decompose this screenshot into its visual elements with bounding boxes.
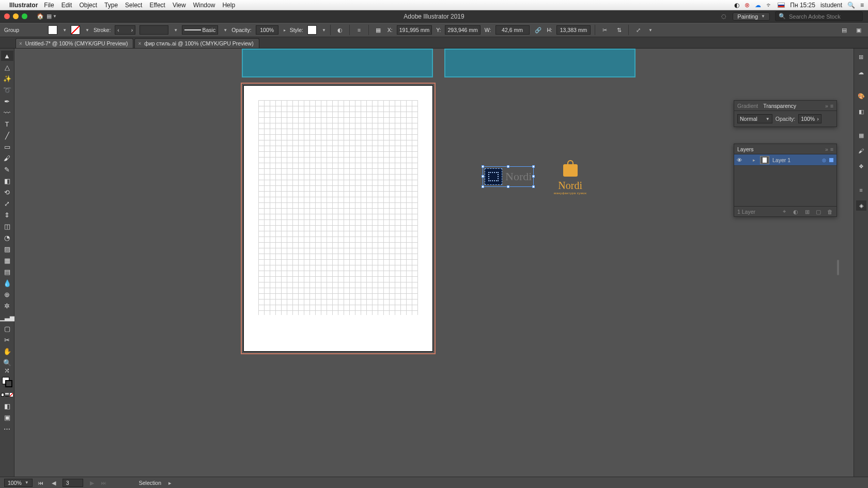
menu-file[interactable]: File: [44, 2, 54, 9]
swatches-panel-icon[interactable]: ▦: [856, 130, 866, 140]
stroke-swatch[interactable]: [71, 25, 80, 35]
app-menu[interactable]: Illustrator: [9, 2, 38, 9]
selection-tool-icon[interactable]: ▲: [1, 51, 13, 61]
stroke-indicator-icon[interactable]: [5, 380, 12, 387]
menu-view[interactable]: View: [173, 2, 186, 9]
draw-mode-icon[interactable]: ◧: [1, 401, 13, 411]
spotlight-icon[interactable]: 🔍: [847, 2, 855, 9]
visibility-toggle-icon[interactable]: 👁: [734, 157, 745, 163]
notification-center-icon[interactable]: ≡: [860, 2, 864, 9]
color-guide-panel-icon[interactable]: ◧: [856, 106, 866, 117]
link-wh-icon[interactable]: 🔗: [534, 26, 543, 34]
variable-width-profile[interactable]: [140, 25, 168, 35]
recolor-artwork-icon[interactable]: ◐: [335, 25, 345, 35]
direct-selection-tool-icon[interactable]: △: [1, 62, 13, 72]
properties-panel-icon[interactable]: ⊞: [856, 52, 866, 62]
fill-swatch[interactable]: [48, 25, 57, 35]
arrange-documents-icon[interactable]: ▦▼: [48, 13, 55, 20]
panel-menu-icon[interactable]: ≡: [830, 103, 833, 109]
layers-tab[interactable]: Layers: [737, 146, 754, 152]
x-input[interactable]: 191,995 mm: [397, 25, 432, 35]
menu-object[interactable]: Object: [79, 2, 97, 9]
target-icon[interactable]: ◎: [822, 158, 826, 163]
menu-edit[interactable]: Edit: [61, 2, 72, 9]
h-input[interactable]: 13,383 mm: [556, 25, 591, 35]
menu-user[interactable]: istudent: [820, 2, 842, 9]
artboard-object[interactable]: [242, 49, 433, 77]
shape-builder-tool-icon[interactable]: ◔: [1, 232, 13, 243]
new-layer-icon[interactable]: ▢: [815, 208, 822, 215]
artboard-object[interactable]: [444, 49, 636, 77]
fill-dropdown[interactable]: ▼: [63, 28, 67, 33]
last-artboard-icon[interactable]: ⏭: [101, 480, 108, 486]
blend-mode-select[interactable]: Normal▼: [737, 114, 772, 123]
layers-panel[interactable]: Layers »≡ 👁 ▸ Layer 1 ◎ 1 Layer ⌖ ◐ ⊞ ▢ …: [734, 144, 837, 217]
workspace-switcher[interactable]: Painting▼: [733, 12, 770, 21]
transparency-tab[interactable]: Transparency: [763, 103, 796, 109]
edit-contents-icon[interactable]: ⇅: [614, 25, 624, 35]
symbols-panel-icon[interactable]: ❖: [856, 161, 866, 171]
status-menu-icon[interactable]: ▸: [166, 480, 174, 486]
scale-tool-icon[interactable]: ⤢: [1, 198, 13, 209]
rectangle-tool-icon[interactable]: ▭: [1, 141, 13, 152]
cc-sync-icon[interactable]: ☁: [755, 2, 761, 9]
toggle-panels-icon[interactable]: ▤: [839, 25, 849, 35]
lasso-tool-icon[interactable]: ➰: [1, 85, 13, 95]
gradient-tab[interactable]: Gradient: [737, 103, 758, 109]
change-screen-mode-icon[interactable]: ▣: [854, 25, 864, 35]
prev-artboard-icon[interactable]: ◀: [50, 480, 57, 486]
stroke-weight-input[interactable]: ‹›: [115, 25, 135, 35]
zoom-level[interactable]: 100%▼: [4, 479, 33, 487]
transform-ref-point-icon[interactable]: ▦: [373, 25, 383, 35]
menu-type[interactable]: Type: [104, 2, 118, 9]
edit-toolbar-icon[interactable]: ⋯: [1, 423, 13, 434]
gpu-perf-icon[interactable]: ◌: [720, 13, 727, 20]
free-transform-tool-icon[interactable]: ◫: [1, 221, 13, 231]
search-stock-input[interactable]: 🔍 Search Adobe Stock: [775, 11, 863, 21]
type-tool-icon[interactable]: T: [1, 119, 13, 129]
color-mode-row[interactable]: [1, 389, 13, 400]
magic-wand-tool-icon[interactable]: ✨: [1, 73, 13, 84]
opacity-input[interactable]: 100%: [256, 25, 278, 35]
menu-window[interactable]: Window: [193, 2, 215, 9]
grid-object[interactable]: [258, 100, 418, 315]
wifi-icon[interactable]: ᯤ: [766, 2, 772, 9]
align-icon[interactable]: ≡: [354, 25, 364, 35]
rotate-tool-icon[interactable]: ⟲: [1, 187, 13, 197]
artboard-tool-icon[interactable]: ▢: [1, 323, 13, 334]
libraries-panel-icon[interactable]: ☁: [856, 67, 866, 77]
status-icon[interactable]: ◐: [734, 2, 739, 9]
make-clipping-mask-icon[interactable]: ◐: [792, 208, 799, 215]
window-close-button[interactable]: [4, 13, 10, 19]
stroke-panel-icon[interactable]: ≡: [856, 185, 866, 195]
layer-row[interactable]: 👁 ▸ Layer 1 ◎: [734, 154, 836, 166]
menu-effect[interactable]: Effect: [149, 2, 165, 9]
layer-name[interactable]: Layer 1: [772, 157, 822, 163]
stroke-dropdown[interactable]: ▼: [85, 28, 89, 33]
artboard[interactable]: [244, 86, 432, 351]
logo-group[interactable]: Nordi мануфактура сумок: [554, 164, 586, 195]
eyedropper-tool-icon[interactable]: 💧: [1, 278, 13, 288]
slice-tool-icon[interactable]: ✂: [1, 335, 13, 345]
fill-stroke-indicator[interactable]: [1, 376, 13, 388]
delete-layer-icon[interactable]: 🗑: [826, 208, 833, 215]
menu-clock[interactable]: Пн 15:25: [790, 2, 815, 9]
document-tab[interactable]: × Untitled-7* @ 100% (CMYK/GPU Preview): [16, 38, 133, 48]
next-artboard-icon[interactable]: ▶: [88, 480, 96, 486]
align-to-icon[interactable]: ⤢: [633, 25, 643, 35]
w-input[interactable]: 42,6 mm: [495, 25, 530, 35]
brushes-panel-icon[interactable]: 🖌: [856, 146, 866, 156]
opacity-dropdown[interactable]: ▸: [284, 28, 286, 33]
width-tool-icon[interactable]: ⇕: [1, 210, 13, 220]
canvas[interactable]: Nordi Nordi мануфактура сумок: [14, 49, 854, 477]
gradient-tool-icon[interactable]: ▤: [1, 266, 13, 277]
panel-collapse-icon[interactable]: »: [825, 146, 828, 152]
window-zoom-button[interactable]: [22, 13, 27, 19]
paintbrush-tool-icon[interactable]: 🖌: [1, 153, 13, 163]
window-minimize-button[interactable]: [13, 13, 19, 19]
layers-dock-icon[interactable]: ◈: [856, 200, 866, 211]
isolate-group-icon[interactable]: ✂: [599, 25, 610, 35]
home-icon[interactable]: 🏠: [37, 13, 44, 20]
brush-definition[interactable]: Basic: [182, 25, 218, 35]
panel-menu-icon[interactable]: ≡: [830, 146, 833, 152]
